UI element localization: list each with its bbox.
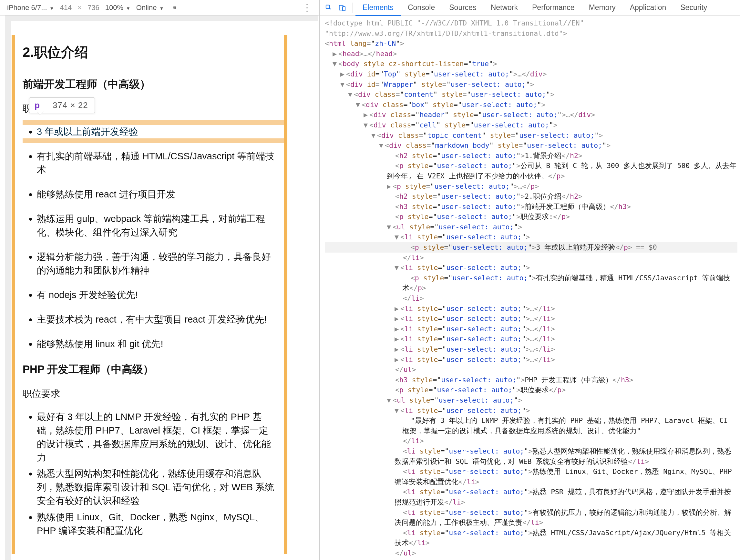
dom-node[interactable]: ▶<li style="user-select: auto;">…</li> <box>325 344 737 354</box>
list-item: 熟练运用 gulp、webpack 等前端构建工具，对前端工程化、模块化、组件化… <box>37 212 276 239</box>
ruler-vertical <box>5 15 11 560</box>
dom-node[interactable]: ▼<ul style="user-select: auto;"> <box>325 222 737 232</box>
dom-node-selected[interactable]: <p style="user-select: auto;">3 年或以上前端开发… <box>325 242 737 252</box>
dom-node[interactable]: <p style="user-select: auto;">公司从 B 轮到 C… <box>325 161 737 181</box>
viewport-x: × <box>78 4 82 12</box>
dom-node[interactable]: ▼<div class="topic_content" style="user-… <box>325 130 737 141</box>
dom-node[interactable]: ▼<li style="user-select: auto;"> <box>325 262 737 273</box>
list-item: 逻辑分析能力强，善于沟通，较强的学习能力，具备良好的沟通能力和团队协作精神 <box>37 250 276 277</box>
dom-tree[interactable]: <!doctype html PUBLIC "-//W3C//DTD XHTML… <box>319 15 740 560</box>
dom-node[interactable]: <p style="user-select: auto;">职位要求:</p> <box>325 212 737 222</box>
list-item-text: 3 年或以上前端开发经验 <box>37 125 276 138</box>
tooltip-tag: p <box>34 100 40 110</box>
dom-node[interactable]: <p style="user-select: auto;">有扎实的前端基础，精… <box>325 273 737 293</box>
tab-application[interactable]: Application <box>623 0 673 15</box>
job-title-frontend: 前端开发工程师（中高级） <box>23 77 276 92</box>
dom-node[interactable]: ▼<div class="content" style="user-select… <box>325 89 737 100</box>
dom-node[interactable]: ▶<li style="user-select: auto;">…</li> <box>325 354 737 365</box>
element-tooltip: p 374 × 22 <box>29 97 95 113</box>
dom-node[interactable]: </ul> <box>325 548 737 558</box>
job-title-php: PHP 开发工程师（中高级） <box>23 362 276 377</box>
dom-node[interactable]: <h3 style="user-select: auto;">PHP 开发工程师… <box>325 375 737 385</box>
dom-node[interactable]: <li style="user-select: auto;">熟悉 HTML/C… <box>325 528 737 548</box>
tab-memory[interactable]: Memory <box>582 0 623 15</box>
inspect-icon[interactable] <box>323 2 335 14</box>
ruler-horizontal <box>5 15 318 21</box>
zoom-selector[interactable]: 100%▼ <box>105 4 130 12</box>
php-requirements-list: 最好有 3 年以上的 LNMP 开发经验，有扎实的 PHP 基础，熟练使用 PH… <box>23 410 276 537</box>
svg-rect-0 <box>326 5 330 8</box>
doctype-line-2: "http://www.w3.org/TR/xhtml1/DTD/xhtml1-… <box>325 29 567 37</box>
dom-node[interactable]: ▼<div class="markdown_body" style="user-… <box>325 140 737 151</box>
dom-node[interactable]: ▶<div id="Top" style="user-select: auto;… <box>325 69 737 79</box>
dom-node[interactable]: </li> <box>325 252 737 263</box>
section-heading-2: 2.职位介绍 <box>23 42 276 62</box>
dom-node[interactable]: <h2 style="user-select: auto;">2.职位介绍</h… <box>325 191 737 202</box>
list-item-highlighted: 3 年或以上前端开发经验 <box>37 125 276 138</box>
dom-node[interactable]: ▶<div class="header" style="user-select:… <box>325 110 737 120</box>
list-item: 熟练使用 Linux、Git、Docker，熟悉 Nginx、MySQL、PHP… <box>37 510 276 537</box>
devtools-tabs: Elements Console Sources Network Perform… <box>319 0 740 15</box>
list-item: 主要技术栈为 react，有中大型项目 react 开发经验优先! <box>37 313 276 326</box>
dom-node[interactable]: <html lang="zh-CN"> <box>325 38 737 49</box>
dom-node[interactable]: ▼<div class="box" style="user-select: au… <box>325 100 737 110</box>
tab-elements[interactable]: Elements <box>356 0 401 15</box>
tab-performance[interactable]: Performance <box>525 0 582 15</box>
list-item: 能够熟练使用 react 进行项目开发 <box>37 188 276 201</box>
rotate-icon[interactable]: ⌖ <box>171 4 179 11</box>
device-selector[interactable]: iPhone 6/7...▼ <box>7 4 54 12</box>
dom-node[interactable]: <li style="user-select: auto;">有较强的抗压力，较… <box>325 508 737 528</box>
tab-security[interactable]: Security <box>673 0 714 15</box>
list-item: 有扎实的前端基础，精通 HTML/CSS/Javascript 等前端技术 <box>37 149 276 177</box>
dom-node[interactable]: </li> <box>325 293 737 304</box>
frontend-requirements-list: 3 年或以上前端开发经验 有扎实的前端基础，精通 HTML/CSS/Javasc… <box>23 125 276 351</box>
device-toolbar: iPhone 6/7...▼ 414 × 736 100%▼ Online▼ ⌖… <box>0 0 319 15</box>
dom-node[interactable]: <h3 style="user-select: auto;">前端开发工程师（中… <box>325 202 737 212</box>
dom-node[interactable]: </ul> <box>325 364 737 375</box>
list-item: 熟悉大型网站构架和性能优化，熟练使用缓存和消息队列，熟悉数据库索引设计和 SQL… <box>37 467 276 508</box>
dom-node[interactable]: ▶<p style="user-select: auto;">…</p> <box>325 181 737 192</box>
dom-node[interactable]: ▼<div id="Wrapper" style="user-select: a… <box>325 79 737 90</box>
dom-node[interactable]: <li style="user-select: auto;">熟悉大型网站构架和… <box>325 446 737 466</box>
dom-node[interactable]: "最好有 3 年以上的 LNMP 开发经验，有扎实的 PHP 基础，熟练使用 P… <box>325 416 737 436</box>
doctype-line-1: <!doctype html PUBLIC "-//W3C//DTD XHTML… <box>325 19 584 27</box>
dom-node[interactable]: ▶<li style="user-select: auto;">…</li> <box>325 324 737 334</box>
dom-node[interactable]: ▼<div class="cell" style="user-select: a… <box>325 120 737 130</box>
kebab-menu-icon[interactable]: ⋮ <box>302 2 312 13</box>
list-item: 有 nodejs 开发经验优先! <box>37 288 276 302</box>
svg-rect-2 <box>343 6 345 11</box>
tab-sources[interactable]: Sources <box>442 0 483 15</box>
list-item: 能够熟练使用 linux 和 git 优先! <box>37 337 276 351</box>
dom-node[interactable]: <li style="user-select: auto;">熟悉 PSR 规范… <box>325 487 737 507</box>
tab-console[interactable]: Console <box>401 0 442 15</box>
dom-node[interactable]: </li> <box>325 436 737 446</box>
dom-node[interactable]: ▼<ul style="user-select: auto;"> <box>325 395 737 406</box>
dom-node[interactable]: ▼<li style="user-select: auto;"> <box>325 232 737 242</box>
dom-node[interactable]: ▶<li style="user-select: auto;">…</li> <box>325 304 737 314</box>
tooltip-dimensions: 374 × 22 <box>53 100 88 110</box>
network-selector[interactable]: Online▼ <box>136 4 164 12</box>
dom-node[interactable]: <li style="user-select: auto;">熟练使用 Linu… <box>325 466 737 487</box>
dom-node[interactable]: <h2 style="user-select: auto;">1.背景介绍</h… <box>325 151 737 161</box>
dom-node[interactable]: ▶<li style="user-select: auto;">…</li> <box>325 314 737 324</box>
requirements-label: 职位要求 <box>23 387 276 400</box>
dom-node[interactable]: ▶<li style="user-select: auto;">…</li> <box>325 334 737 344</box>
viewport-width[interactable]: 414 <box>60 4 72 12</box>
list-item: 最好有 3 年以上的 LNMP 开发经验，有扎实的 PHP 基础，熟练使用 PH… <box>37 410 276 464</box>
device-mode-icon[interactable] <box>337 2 348 14</box>
tab-network[interactable]: Network <box>484 0 525 15</box>
dom-node[interactable]: <p style="user-select: auto;">职位要求</p> <box>325 385 737 395</box>
dom-node[interactable]: ▶<head>…</head> <box>325 49 737 59</box>
dom-node[interactable]: ▼<body style cz-shortcut-listen="true"> <box>325 59 737 69</box>
viewport-height[interactable]: 736 <box>88 4 99 12</box>
dom-node[interactable]: ▼<li style="user-select: auto;"> <box>325 406 737 416</box>
